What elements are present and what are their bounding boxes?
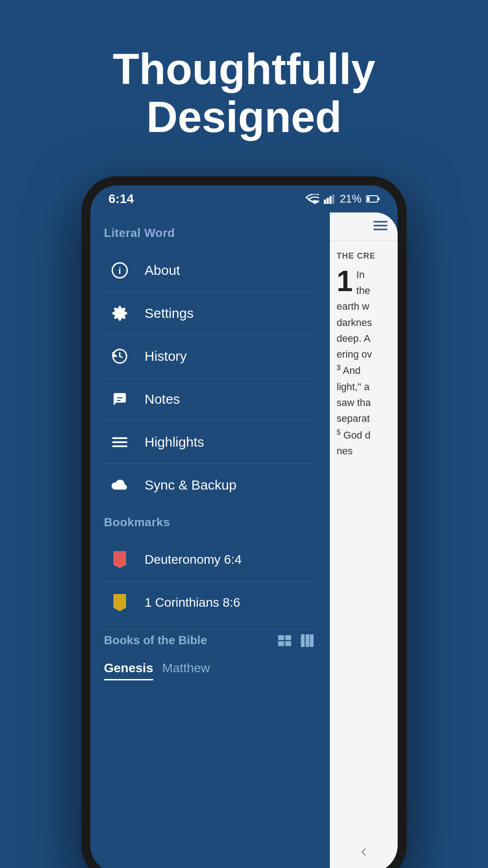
about-label: About bbox=[145, 263, 180, 278]
highlights-label: Highlights bbox=[145, 434, 204, 450]
bookmarks-title: Bookmarks bbox=[104, 515, 316, 529]
phone-frame: 6:14 21% bbox=[81, 176, 407, 868]
back-arrow-icon[interactable] bbox=[330, 845, 398, 859]
gear-icon bbox=[108, 302, 131, 325]
settings-label: Settings bbox=[145, 306, 193, 321]
status-time: 6:14 bbox=[108, 192, 134, 206]
bible-books-header: Books of the Bible bbox=[104, 633, 316, 647]
signal-icon bbox=[324, 194, 335, 204]
status-icons: 21% bbox=[305, 193, 380, 205]
bookmark-item-2[interactable]: 1 Corinthians 8:6 bbox=[104, 581, 316, 624]
menu-item-highlights[interactable]: Highlights bbox=[104, 421, 316, 464]
book-genesis[interactable]: Genesis bbox=[104, 661, 153, 680]
svg-rect-16 bbox=[285, 635, 291, 640]
bookmarks-section: Bookmarks Deuteronomy 6:4 1 Corinthians … bbox=[104, 515, 316, 624]
menu-items-list: i About Settings bbox=[104, 249, 316, 506]
highlights-icon bbox=[108, 431, 131, 453]
wifi-icon bbox=[305, 194, 319, 204]
verse-number-1: 1 bbox=[337, 267, 353, 296]
bible-content: THE CRE 1 In the earth w darknes deep. A… bbox=[330, 241, 398, 468]
status-bar: 6:14 21% bbox=[90, 185, 398, 212]
battery-icon bbox=[366, 195, 380, 203]
notes-label: Notes bbox=[145, 392, 180, 407]
column-view-icon[interactable] bbox=[298, 634, 316, 647]
hero-title: Thoughtfully Designed bbox=[0, 45, 488, 141]
svg-rect-19 bbox=[301, 634, 305, 647]
svg-text:i: i bbox=[118, 265, 121, 276]
history-icon bbox=[108, 345, 131, 368]
svg-rect-1 bbox=[327, 198, 329, 204]
drawer-panel: Literal Word i About bbox=[90, 212, 330, 868]
bible-books-section: Books of the Bible bbox=[104, 633, 316, 685]
phone-mockup: 6:14 21% bbox=[81, 176, 407, 868]
info-circle-icon: i bbox=[108, 259, 131, 282]
chapter-header: THE CRE bbox=[337, 250, 391, 262]
menu-item-sync[interactable]: Sync & Backup bbox=[104, 464, 316, 506]
bible-text-block: 1 In the earth w darknes deep. A ering o… bbox=[337, 267, 391, 459]
hamburger-menu-icon[interactable] bbox=[372, 219, 389, 234]
menu-item-history[interactable]: History bbox=[104, 335, 316, 378]
svg-rect-5 bbox=[367, 197, 370, 201]
svg-rect-15 bbox=[278, 635, 284, 640]
svg-rect-17 bbox=[278, 641, 284, 646]
menu-item-settings[interactable]: Settings bbox=[104, 292, 316, 335]
app-title: Literal Word bbox=[104, 226, 316, 240]
bible-books-title: Books of the Bible bbox=[104, 633, 207, 647]
phone-screen: 6:14 21% bbox=[90, 185, 398, 868]
battery-percent: 21% bbox=[340, 193, 361, 205]
svg-rect-2 bbox=[329, 196, 332, 204]
svg-rect-6 bbox=[378, 198, 380, 200]
book-matthew[interactable]: Matthew bbox=[162, 661, 210, 680]
bookmark-1-label: Deuteronomy 6:4 bbox=[145, 552, 242, 567]
svg-rect-0 bbox=[324, 199, 326, 204]
menu-item-about[interactable]: i About bbox=[104, 249, 316, 292]
gold-bookmark-icon bbox=[108, 591, 131, 614]
svg-rect-21 bbox=[310, 634, 314, 647]
history-label: History bbox=[145, 349, 187, 364]
sync-label: Sync & Backup bbox=[145, 477, 236, 493]
bible-panel-header bbox=[330, 212, 398, 241]
bible-panel: THE CRE 1 In the earth w darknes deep. A… bbox=[330, 212, 398, 868]
hero-section: Thoughtfully Designed bbox=[0, 0, 488, 168]
svg-rect-20 bbox=[306, 634, 310, 647]
red-bookmark-icon bbox=[108, 548, 131, 571]
bible-books-list: Genesis Matthew bbox=[104, 656, 316, 685]
notes-icon bbox=[108, 388, 131, 410]
bookmark-2-label: 1 Corinthians 8:6 bbox=[145, 595, 240, 610]
svg-rect-18 bbox=[285, 641, 291, 646]
svg-rect-3 bbox=[332, 194, 334, 204]
bookmark-item-1[interactable]: Deuteronomy 6:4 bbox=[104, 538, 316, 581]
view-toggle bbox=[276, 634, 316, 647]
menu-item-notes[interactable]: Notes bbox=[104, 378, 316, 421]
list-view-icon[interactable] bbox=[276, 634, 294, 647]
cloud-icon bbox=[108, 474, 131, 496]
